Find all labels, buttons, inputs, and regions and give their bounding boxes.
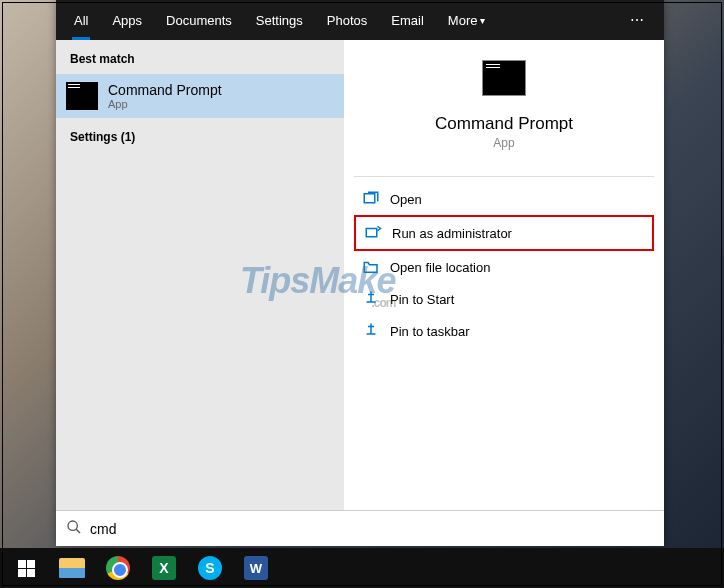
- result-command-prompt[interactable]: Command Prompt App: [56, 74, 344, 118]
- svg-rect-1: [366, 229, 377, 237]
- action-pin-to-taskbar[interactable]: Pin to taskbar: [354, 315, 654, 347]
- taskbar-excel[interactable]: X: [142, 548, 186, 588]
- start-button[interactable]: [4, 548, 48, 588]
- tab-more[interactable]: More▾: [436, 0, 498, 40]
- shield-icon: [364, 225, 382, 241]
- preview-title: Command Prompt: [435, 114, 573, 134]
- svg-point-2: [68, 521, 77, 530]
- start-search-panel: All Apps Documents Settings Photos Email…: [56, 0, 664, 546]
- action-run-as-administrator[interactable]: Run as administrator: [354, 215, 654, 251]
- skype-icon: S: [198, 556, 222, 580]
- cmd-icon: [66, 82, 98, 110]
- tab-photos[interactable]: Photos: [315, 0, 379, 40]
- tab-all[interactable]: All: [62, 0, 100, 40]
- results-column: Best match Command Prompt App Settings (…: [56, 40, 344, 510]
- preview-subtitle: App: [493, 136, 514, 150]
- action-pin-taskbar-label: Pin to taskbar: [390, 324, 470, 339]
- taskbar-chrome[interactable]: [96, 548, 140, 588]
- chrome-icon: [106, 556, 130, 580]
- actions-list: Open Run as administrator Open file loca…: [344, 170, 664, 347]
- action-pin-start-label: Pin to Start: [390, 292, 454, 307]
- taskbar-file-explorer[interactable]: [50, 548, 94, 588]
- search-input[interactable]: [90, 521, 654, 537]
- file-explorer-icon: [59, 558, 85, 578]
- folder-icon: [362, 259, 380, 275]
- action-open-label: Open: [390, 192, 422, 207]
- action-pin-to-start[interactable]: Pin to Start: [354, 283, 654, 315]
- search-icon: [66, 519, 82, 539]
- tab-apps[interactable]: Apps: [100, 0, 154, 40]
- preview-cmd-icon: [482, 60, 526, 96]
- excel-icon: X: [152, 556, 176, 580]
- action-open[interactable]: Open: [354, 183, 654, 215]
- best-match-header: Best match: [56, 40, 344, 74]
- preview-column: Command Prompt App Open Run as administr…: [344, 40, 664, 510]
- svg-rect-0: [364, 194, 375, 203]
- settings-header[interactable]: Settings (1): [56, 118, 344, 156]
- search-box[interactable]: [56, 510, 664, 546]
- word-icon: W: [244, 556, 268, 580]
- action-open-file-location[interactable]: Open file location: [354, 251, 654, 283]
- action-run-admin-label: Run as administrator: [392, 226, 512, 241]
- tab-documents[interactable]: Documents: [154, 0, 244, 40]
- windows-logo-icon: [18, 560, 35, 577]
- chevron-down-icon: ▾: [480, 15, 485, 26]
- result-text: Command Prompt App: [108, 82, 222, 110]
- search-body: Best match Command Prompt App Settings (…: [56, 40, 664, 510]
- action-open-loc-label: Open file location: [390, 260, 490, 275]
- open-icon: [362, 191, 380, 207]
- tab-more-label: More: [448, 13, 478, 28]
- result-title: Command Prompt: [108, 82, 222, 98]
- taskbar-word[interactable]: W: [234, 548, 278, 588]
- pin-taskbar-icon: [362, 323, 380, 339]
- pin-icon: [362, 291, 380, 307]
- taskbar-skype[interactable]: S: [188, 548, 232, 588]
- taskbar: X S W: [0, 548, 724, 588]
- tab-settings[interactable]: Settings: [244, 0, 315, 40]
- result-subtitle: App: [108, 98, 222, 110]
- more-options-button[interactable]: ⋯: [616, 12, 658, 28]
- tab-email[interactable]: Email: [379, 0, 436, 40]
- search-tabs-bar: All Apps Documents Settings Photos Email…: [56, 0, 664, 40]
